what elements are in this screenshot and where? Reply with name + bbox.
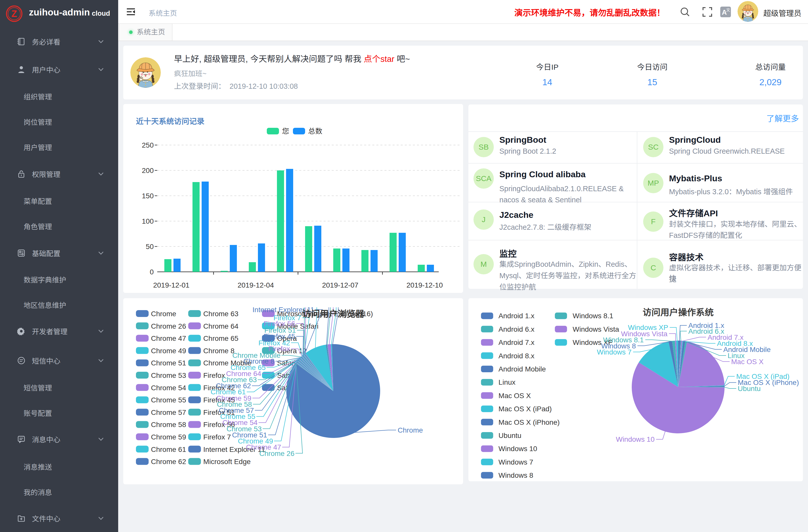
svg-text:0: 0 [150,268,154,276]
svg-text:Ubuntu: Ubuntu [738,385,760,392]
svg-text:Android 7.x: Android 7.x [499,338,535,346]
svg-text:Windows 7: Windows 7 [597,348,631,356]
svg-text:2019-12-07: 2019-12-07 [322,281,359,289]
svg-text:Windows 8: Windows 8 [499,471,533,479]
svg-text:Chrome 62: Chrome 62 [151,458,186,465]
svg-text:Chrome 8: Chrome 8 [203,347,235,355]
svg-text:Windows 10: Windows 10 [499,445,537,453]
svg-text:Firefox 7: Firefox 7 [203,433,231,441]
svg-text:Chrome 51: Chrome 51 [151,359,186,367]
svg-text:50: 50 [146,243,154,251]
svg-text:100: 100 [142,217,154,225]
svg-text:Chrome 63: Chrome 63 [203,310,239,318]
svg-text:2019-12-10: 2019-12-10 [406,281,443,289]
svg-text:Chrome 53: Chrome 53 [151,371,186,379]
svg-text:200: 200 [142,167,154,175]
svg-text:您: 您 [282,127,289,135]
svg-text:250: 250 [142,141,154,149]
svg-text:访问用户浏览器: 访问用户浏览器 [302,309,364,319]
svg-text:Linux: Linux [499,378,516,386]
svg-text:Mac OS X (iPad): Mac OS X (iPad) [499,405,552,413]
svg-text:Z: Z [12,8,17,19]
svg-text:Windows Vista: Windows Vista [573,325,619,333]
svg-text:Chrome 65: Chrome 65 [203,334,239,342]
svg-text:Chrome 55: Chrome 55 [151,396,186,404]
svg-text:Android 1.x: Android 1.x [499,312,535,320]
svg-text:Chrome 61: Chrome 61 [151,445,186,453]
svg-text:150: 150 [142,192,154,200]
svg-text:Chrome 47: Chrome 47 [151,334,186,342]
svg-text:Mac OS X (iPhone): Mac OS X (iPhone) [499,418,560,426]
svg-text:Ubuntu: Ubuntu [499,432,521,439]
svg-text:文: 文 [726,6,730,13]
svg-text:Chrome 26: Chrome 26 [259,450,294,457]
svg-text:访问用户操作系统: 访问用户操作系统 [643,307,714,317]
svg-text:Android 6.x: Android 6.x [499,325,535,333]
svg-text:Chrome 49: Chrome 49 [151,347,186,355]
svg-text:Android 8.x: Android 8.x [499,352,535,360]
svg-text:2019-12-04: 2019-12-04 [238,281,274,289]
svg-text:Mac OS X: Mac OS X [499,392,531,400]
svg-text:Chrome: Chrome [398,426,423,434]
svg-text:Microsoft Edge: Microsoft Edge [203,458,251,465]
svg-text:Chrome 64: Chrome 64 [203,322,239,330]
svg-text:Chrome 57: Chrome 57 [151,408,186,416]
svg-text:Chrome: Chrome [151,310,176,318]
svg-text:Windows 8.1: Windows 8.1 [573,312,613,320]
svg-text:Chrome 59: Chrome 59 [151,433,186,441]
svg-text:Chrome 26: Chrome 26 [151,322,186,330]
svg-text:Windows 7: Windows 7 [499,458,533,466]
svg-text:总数: 总数 [308,127,322,135]
svg-text:Android Mobile: Android Mobile [499,365,546,373]
svg-text:Windows 10: Windows 10 [616,435,655,443]
svg-text:Mac OS X: Mac OS X [731,358,764,366]
svg-text:Chrome 58: Chrome 58 [151,421,186,428]
svg-text:2019-12-01: 2019-12-01 [153,281,189,289]
svg-text:Chrome 54: Chrome 54 [151,384,186,392]
